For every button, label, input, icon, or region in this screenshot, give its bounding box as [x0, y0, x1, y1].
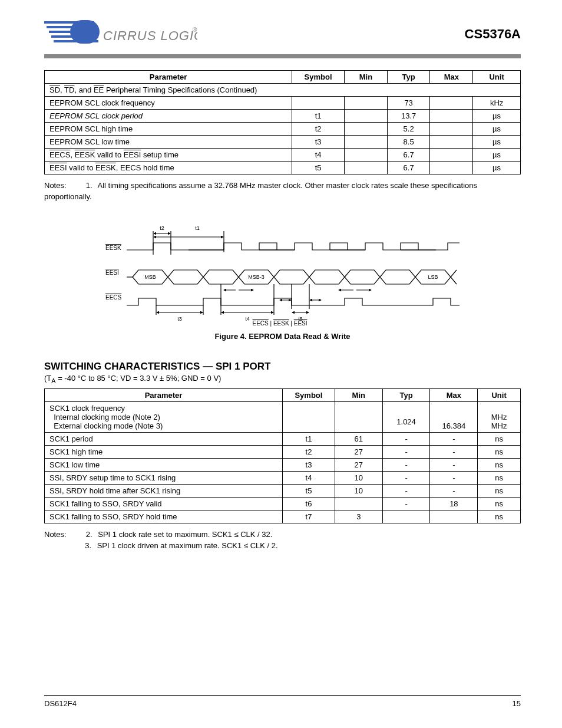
brand-logo: CIRRUS LOGIC ®: [44, 18, 197, 51]
table1-subheader: SD, TD, and EE Peripheral Timing Specifi…: [45, 84, 521, 97]
svg-text:EESI: EESI: [105, 269, 119, 276]
svg-text:t3: t3: [177, 316, 182, 322]
table-row: SCK1 high timet2 27- -ns: [45, 446, 521, 459]
header-rule: [44, 54, 521, 58]
product-code: CS5376A: [465, 27, 521, 42]
svg-rect-5: [70, 20, 100, 44]
section-2-heading: SWITCHING CHARACTERISTICS — SPI 1 PORT (…: [44, 361, 521, 384]
svg-text:MSB-3: MSB-3: [248, 274, 265, 280]
table-row: EESI valid to EESK, EECS hold time t5 6.…: [45, 162, 521, 174]
th-parameter: Parameter: [45, 71, 292, 84]
table-row: SCK1 falling to SSO, SRDY hold timet7 3 …: [45, 510, 521, 523]
spi-port-table: Parameter Symbol Min Typ Max Unit SCK1 c…: [44, 388, 521, 523]
footer-doc-id: DS612F4: [44, 699, 77, 708]
svg-text:EECS: EECS: [105, 294, 122, 301]
svg-text:t1: t1: [195, 225, 200, 231]
table-row: EEPROM SCL clock frequency 73 kHz: [45, 97, 521, 110]
th-symbol: Symbol: [292, 71, 345, 84]
peripheral-timing-table: Parameter Symbol Min Typ Max Unit SD, TD…: [44, 70, 521, 174]
svg-text:t4: t4: [245, 316, 250, 322]
brand-text: CIRRUS LOGIC: [103, 28, 197, 43]
svg-text:®: ®: [193, 27, 197, 33]
table-row: EECS, EESK valid to EESI setup time t4 6…: [45, 149, 521, 162]
th-min: Min: [345, 71, 388, 84]
timing-diagram: .l{stroke:#000;stroke-width:1.2;fill:non…: [44, 220, 521, 341]
footer-page-number: 15: [513, 699, 521, 708]
table-row: SCK1 periodt1 61- -ns: [45, 433, 521, 446]
table-row: SCK1 clock frequency Internal clocking m…: [45, 402, 521, 433]
svg-text:EECS | EESK | EESI: EECS | EESK | EESI: [252, 320, 307, 327]
table-row: EEPROM SCL low time t3 8.5 µs: [45, 136, 521, 149]
svg-text:LSB: LSB: [428, 274, 438, 280]
svg-text:EESK: EESK: [105, 245, 121, 251]
notes-block-2: Notes: 2. SPI 1 clock rate set to maximu…: [44, 529, 521, 552]
th-max: Max: [430, 71, 473, 84]
table-row: EEPROM SCL clock period t1 13.7 µs: [45, 110, 521, 123]
th-typ: Typ: [387, 71, 430, 84]
th-unit: Unit: [473, 71, 521, 84]
table-row: SSI, SRDY hold time after SCK1 risingt5 …: [45, 485, 521, 498]
table-row: SCK1 low timet3 27- -ns: [45, 459, 521, 472]
svg-text:t2: t2: [160, 225, 164, 231]
table-row: EEPROM SCL high time t2 5.2 µs: [45, 123, 521, 136]
cirrus-logic-logo-icon: CIRRUS LOGIC ®: [44, 18, 197, 51]
figure-caption: Figure 4. EEPROM Data Read & Write: [44, 332, 521, 341]
svg-text:MSB: MSB: [144, 274, 156, 280]
table-row: SSI, SRDY setup time to SCK1 risingt4 10…: [45, 472, 521, 485]
table-row: SCK1 falling to SSO, SRDY validt6 - 18ns: [45, 498, 521, 510]
page-footer: DS612F4 15: [44, 695, 521, 708]
notes-block-1: Notes: 1. All timing specifications assu…: [44, 180, 521, 203]
